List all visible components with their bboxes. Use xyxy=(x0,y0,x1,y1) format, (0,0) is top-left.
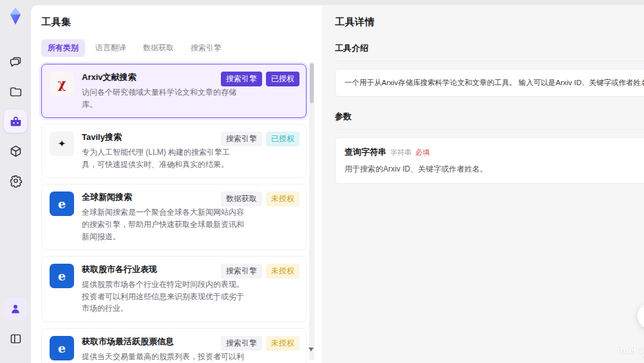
tool-description: 访问各个研究领域大量科学论文和文章的存储库。 xyxy=(82,86,244,110)
category-badge: 搜索引擎 xyxy=(221,132,262,146)
tavily-logo-icon: ✦ xyxy=(50,132,74,156)
tool-list: χ Arxiv文献搜索 访问各个研究领域大量科学论文和文章的存储库。 搜索引擎 … xyxy=(41,64,316,363)
sidebar-rail xyxy=(0,0,31,363)
list-scrollbar[interactable] xyxy=(309,62,314,360)
detail-title: 工具详情 xyxy=(335,16,644,28)
tool-description: 全球新闻搜索是一个聚合全球各大新闻网站内容的搜索引擎，帮助用户快速获取全球最新资… xyxy=(82,206,244,242)
gear-icon xyxy=(9,174,23,188)
intel-core-badge: intelCORE xyxy=(618,344,644,355)
app-window: 工具集 所有类别 语言翻译 数据获取 搜索引擎 χ Arxiv文献搜索 访问各个… xyxy=(0,0,644,363)
status-badge: 未授权 xyxy=(266,336,299,351)
category-badge: 搜索引擎 xyxy=(221,336,262,351)
arxiv-logo-icon: χ xyxy=(50,72,74,96)
status-badge: 已授权 xyxy=(266,132,299,146)
cube-icon xyxy=(9,144,23,158)
stock-sector-icon: e xyxy=(50,264,74,288)
sidebar-item-account[interactable] xyxy=(4,297,27,320)
news-search-icon: e xyxy=(50,191,74,216)
chat-icon xyxy=(9,55,23,69)
tool-description: 提供股票市场各个行业在特定时间段内的表现。投资者可以利用这些信息来识别表现优于或… xyxy=(82,279,244,315)
intro-box: 一个用于从Arxiv存储库搜索科学论文和文章的工具。 输入可以是Arxiv ID… xyxy=(335,69,644,97)
tab-search-engine[interactable]: 搜索引擎 xyxy=(184,39,228,57)
toolbox-icon xyxy=(9,115,23,128)
tool-card-active-stocks[interactable]: e 获取市场最活跃股票信息 提供当天交易量最高的股票列表，投资者可以利用这些信息… xyxy=(41,328,307,363)
param-description: 用于搜索的Arxiv ID、关键字或作者姓名。 xyxy=(345,164,644,175)
tool-list-pane: 工具集 所有类别 语言翻译 数据获取 搜索引擎 χ Arxiv文献搜索 访问各个… xyxy=(31,5,322,363)
category-badge: 数据获取 xyxy=(221,191,262,206)
params-heading: 参数 xyxy=(335,111,644,130)
tab-data-fetch[interactable]: 数据获取 xyxy=(137,39,180,57)
category-badge: 搜索引擎 xyxy=(221,72,262,86)
folder-icon xyxy=(9,85,23,99)
sidebar-item-models[interactable] xyxy=(4,139,27,162)
param-type: 字符串 xyxy=(390,148,412,157)
active-stocks-icon: e xyxy=(50,336,74,360)
sidebar-item-settings[interactable] xyxy=(4,169,27,192)
user-icon xyxy=(9,302,22,315)
tool-description: 专为人工智能代理 (LLM) 构建的搜索引擎工具，可快速提供实时、准确和真实的结… xyxy=(82,146,244,170)
intro-text: 一个用于从Arxiv存储库搜索科学论文和文章的工具。 输入可以是Arxiv ID… xyxy=(345,78,644,88)
tab-all-categories[interactable]: 所有类别 xyxy=(41,39,85,57)
tool-card-global-news[interactable]: e 全球新闻搜索 全球新闻搜索是一个聚合全球各大新闻网站内容的搜索引擎，帮助用户… xyxy=(41,184,307,250)
tool-detail-pane: 工具详情 工具介绍 一个用于从Arxiv存储库搜索科学论文和文章的工具。 输入可… xyxy=(322,5,644,363)
status-badge: 已授权 xyxy=(266,72,299,86)
panel-toggle-icon xyxy=(9,332,23,346)
download-button[interactable] xyxy=(637,302,644,329)
sidebar-item-tools[interactable] xyxy=(4,110,27,133)
tool-description: 提供当天交易量最高的股票列表，投资者可以利用这些信息来识别流动性强的股票和潜在的… xyxy=(82,351,244,363)
scrollbar-thumb[interactable] xyxy=(310,63,314,103)
tab-language-translation[interactable]: 语言翻译 xyxy=(89,39,133,57)
sidebar-item-chat[interactable] xyxy=(4,50,27,74)
category-tabs: 所有类别 语言翻译 数据获取 搜索引擎 xyxy=(41,39,316,57)
tool-card-sector-performance[interactable]: e 获取股市各行业表现 提供股票市场各个行业在特定时间段内的表现。投资者可以利用… xyxy=(41,256,307,322)
app-logo-icon xyxy=(5,5,26,27)
tool-card-tavily[interactable]: ✦ Tavily搜索 专为人工智能代理 (LLM) 构建的搜索引擎工具，可快速提… xyxy=(41,124,307,178)
intro-heading: 工具介绍 xyxy=(335,43,644,61)
status-badge: 未授权 xyxy=(266,191,299,206)
tool-card-arxiv[interactable]: χ Arxiv文献搜索 访问各个研究领域大量科学论文和文章的存储库。 搜索引擎 … xyxy=(41,64,307,118)
sidebar-item-files[interactable] xyxy=(4,80,27,103)
page-title: 工具集 xyxy=(41,16,316,28)
category-badge: 搜索引擎 xyxy=(221,264,262,279)
scroll-down-arrow-icon[interactable] xyxy=(308,348,314,351)
sidebar-item-collapse[interactable] xyxy=(4,327,27,350)
param-required-label: 必填 xyxy=(415,148,430,157)
param-box: 查询字符串 字符串 必填 用于搜索的Arxiv ID、关键字或作者姓名。 xyxy=(335,137,644,184)
status-badge: 未授权 xyxy=(266,264,299,279)
param-name: 查询字符串 xyxy=(345,146,386,158)
